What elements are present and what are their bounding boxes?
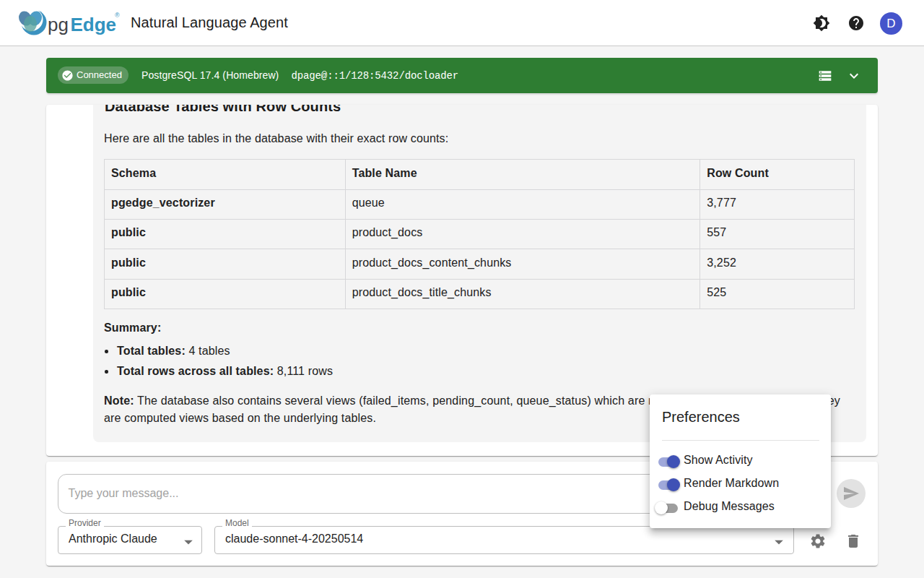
svg-text:pg: pg <box>48 14 69 35</box>
svg-text:®: ® <box>115 12 120 19</box>
svg-text:Edge: Edge <box>71 14 117 35</box>
